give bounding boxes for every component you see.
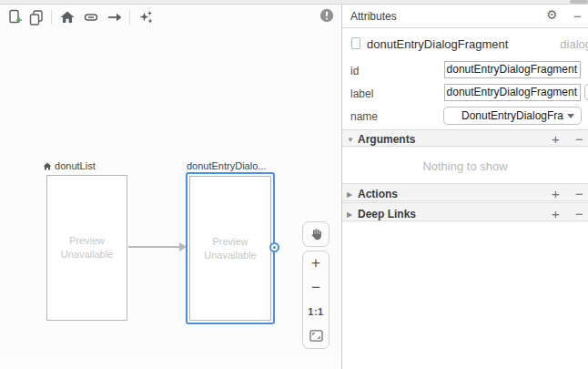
deep-link-icon[interactable] [83,9,99,26]
fragment-title-label: donutList [55,160,96,171]
add-action-button[interactable]: + [552,186,560,201]
chevron-down-icon [567,114,574,118]
action-connector-handle[interactable] [269,242,279,252]
section-label: Arguments [358,133,415,146]
fragment-title-donutentrydialog[interactable]: donutEntryDialo... [187,160,266,171]
zoom-to-fit-button[interactable] [303,324,329,349]
fragment-preview-donutentrydialog-selected[interactable]: Preview Unavailable [186,172,275,324]
attributes-panel-header: Attributes ⚙ − [342,5,588,28]
nested-graph-icon[interactable] [28,9,45,26]
zoom-in-button[interactable]: + [303,251,329,276]
label-field-input[interactable]: donutEntryDialogFragment [444,84,581,101]
arguments-empty-text: Nothing to show [342,159,588,173]
window-top-edge [0,0,588,5]
nav-editor-toolbar [0,5,341,30]
section-header-actions[interactable]: ▶ Actions + − [342,183,588,201]
auto-arrange-icon[interactable] [137,9,154,26]
fit-screen-icon [309,330,323,342]
remove-action-button[interactable]: − [575,186,583,201]
attributes-panel: Attributes ⚙ − donutEntryDialogFragment … [342,5,588,369]
add-argument-button[interactable]: + [552,131,560,147]
section-label: Actions [358,188,398,200]
section-label: Deep Links [358,208,416,220]
name-combobox-value: DonutEntryDialogFra [461,109,563,122]
zoom-reset-button[interactable]: 1:1 [303,300,329,324]
toolbar-separator [129,10,130,25]
pan-tool-button[interactable] [302,221,329,247]
start-destination-home-icon [43,162,52,170]
new-destination-icon[interactable] [7,9,24,26]
label-browse-button[interactable] [584,84,588,100]
disclosure-triangle-icon[interactable]: ▶ [347,210,352,219]
gear-icon[interactable]: ⚙ [546,7,558,22]
zoom-out-button[interactable]: − [303,276,329,301]
zoom-controls: + − 1:1 [302,251,329,349]
disclosure-triangle-icon[interactable]: ▶ [347,190,352,199]
remove-deep-link-button[interactable]: − [575,206,583,221]
fragment-preview-donutlist[interactable]: Preview Unavailable [46,175,127,321]
action-arrow-icon[interactable] [106,9,123,26]
name-combobox[interactable]: DonutEntryDialogFra [443,107,582,125]
label-field-label: label [350,87,373,100]
component-type: dialog [560,37,588,51]
toolbar-separator [51,10,52,25]
add-deep-link-button[interactable]: + [552,206,560,221]
name-field-label: name [350,110,378,123]
fragment-icon [351,37,360,49]
preview-unavailable-text: Preview Unavailable [190,235,270,262]
remove-argument-button[interactable]: − [575,131,583,147]
fragment-title-donutlist[interactable]: donutList [43,160,96,171]
hide-panel-icon[interactable]: − [573,8,582,24]
section-header-deep-links[interactable]: ▶ Deep Links + − [342,202,588,221]
scrollbar-thumb[interactable] [570,0,588,4]
fragment-title-label: donutEntryDialo... [187,160,266,171]
warning-icon[interactable] [319,7,335,24]
hand-icon [309,227,323,241]
panel-title: Attributes [350,10,397,23]
component-name: donutEntryDialogFragment [367,37,508,51]
disclosure-triangle-icon[interactable]: ▼ [347,136,354,144]
id-field-input[interactable]: donutEntryDialogFragment [444,61,581,78]
section-header-arguments[interactable]: ▼ Arguments + − [342,129,588,147]
preview-unavailable-text: Preview Unavailable [47,234,127,261]
id-field-label: id [350,65,359,77]
selected-component-row: donutEntryDialogFragment dialog [342,34,588,56]
panel-splitter[interactable] [341,5,342,369]
action-edge[interactable] [128,246,180,248]
nav-editor-canvas[interactable]: donutList Preview Unavailable donutEntry… [0,5,341,362]
assign-start-home-icon[interactable] [59,9,76,26]
